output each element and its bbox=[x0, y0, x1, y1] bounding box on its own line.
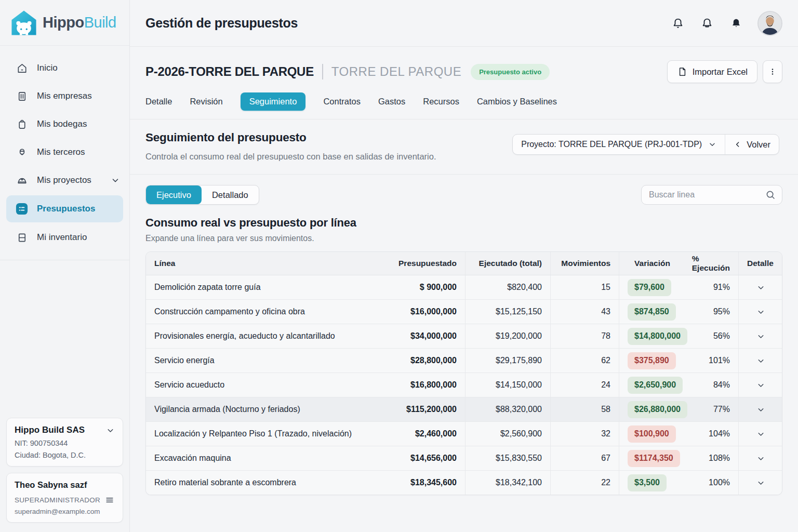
variance-badge: $2,650,900 bbox=[628, 377, 683, 394]
tab-contratos[interactable]: Contratos bbox=[323, 92, 361, 111]
variance-badge: $79,600 bbox=[628, 279, 671, 296]
executed-value: $15,830,550 bbox=[465, 446, 550, 470]
tab-detalle[interactable]: Detalle bbox=[145, 92, 172, 111]
more-options-button[interactable] bbox=[763, 60, 782, 83]
table-row[interactable]: Vigilancia armada (Nocturno y feriados) … bbox=[146, 397, 782, 421]
tab-seguimiento[interactable]: Seguimiento bbox=[241, 92, 306, 111]
chevron-down-icon bbox=[708, 140, 716, 149]
sidebar-item-mi-inventario[interactable]: Mi inventario bbox=[0, 223, 129, 251]
expand-row-button[interactable] bbox=[738, 349, 782, 373]
expand-row-button[interactable] bbox=[738, 471, 782, 495]
budget-tabs: Detalle Revisión Seguimiento Contratos G… bbox=[130, 87, 798, 119]
notification-bell-button-3[interactable] bbox=[728, 16, 744, 31]
column-header-presupuestado: Presupuestado bbox=[375, 252, 465, 275]
executed-value: $14,150,000 bbox=[465, 373, 550, 397]
page-title: Gestión de presupuestos bbox=[145, 16, 298, 31]
chevron-left-icon bbox=[734, 140, 742, 149]
chevron-down-icon bbox=[756, 454, 765, 463]
line-name: Localización y Relpanteo Piso 1 (Trazado… bbox=[146, 422, 375, 446]
variance-badge: $14,800,000 bbox=[628, 328, 687, 345]
view-mode-ejecutivo[interactable]: Ejecutivo bbox=[146, 185, 202, 204]
status-badge: Presupuesto activo bbox=[471, 64, 550, 80]
table-row[interactable]: Provisionales energía, acueducto y alcan… bbox=[146, 324, 782, 348]
variance-badge: $1174,350 bbox=[628, 450, 680, 467]
tab-gastos[interactable]: Gastos bbox=[378, 92, 405, 111]
variance-cell: $100,900 bbox=[619, 422, 685, 446]
user-name: Theo Sabyna sazf bbox=[15, 480, 115, 490]
back-button[interactable]: Volver bbox=[725, 135, 779, 154]
app-window: HippoBuild Inicio Mis empresas Mis bodeg… bbox=[0, 0, 798, 532]
view-mode-detallado[interactable]: Detallado bbox=[202, 185, 259, 204]
column-header-detalle: Detalle bbox=[738, 252, 782, 275]
movements-count: 32 bbox=[550, 422, 619, 446]
sidebar-item-presupuestos[interactable]: Presupuestos bbox=[6, 195, 123, 222]
table-row[interactable]: Servicio acueducto $16,800,000 $14,150,0… bbox=[146, 373, 782, 397]
hard-hat-icon bbox=[16, 174, 28, 187]
budgeted-value: $16,800,000 bbox=[375, 373, 465, 397]
line-name: Servicio acueducto bbox=[146, 373, 375, 397]
executed-value: $2,560,900 bbox=[465, 422, 550, 446]
brand-logo[interactable]: HippoBuild bbox=[0, 0, 129, 46]
sidebar-item-mis-empresas[interactable]: Mis empresas bbox=[0, 82, 129, 110]
table-row[interactable]: Demolición zapata torre guía $ 900,000 $… bbox=[146, 275, 782, 299]
table-row[interactable]: Construcción campamento y oficina obra $… bbox=[146, 299, 782, 324]
bell-icon bbox=[700, 17, 714, 30]
tab-recursos[interactable]: Recursos bbox=[423, 92, 459, 111]
section-description: Controla el consumo real del presupuesto… bbox=[145, 152, 436, 162]
expand-row-button[interactable] bbox=[738, 275, 782, 299]
expand-row-button[interactable] bbox=[738, 373, 782, 397]
expand-row-button[interactable] bbox=[738, 397, 782, 421]
brand-name: HippoBuild bbox=[43, 14, 116, 31]
chevron-down-icon[interactable] bbox=[111, 176, 120, 185]
variance-cell: $79,600 bbox=[619, 275, 685, 299]
bell-icon bbox=[671, 17, 685, 30]
expand-row-button[interactable] bbox=[738, 324, 782, 348]
variance-cell: $3,500 bbox=[619, 471, 685, 495]
menu-icon[interactable] bbox=[104, 495, 115, 505]
line-name: Servicio energía bbox=[146, 349, 375, 373]
table-subtitle: Expande una línea para ver sus movimient… bbox=[145, 234, 782, 243]
sidebar-item-mis-bodegas[interactable]: Mis bodegas bbox=[0, 110, 129, 138]
expand-row-button[interactable] bbox=[738, 446, 782, 470]
table-body: Demolición zapata torre guía $ 900,000 $… bbox=[146, 275, 782, 495]
import-excel-button[interactable]: Importar Excel bbox=[667, 60, 757, 83]
inventory-box-icon bbox=[16, 231, 28, 244]
sidebar-item-label: Presupuestos bbox=[37, 204, 95, 214]
variance-cell: $26,880,000 bbox=[619, 397, 685, 421]
chevron-down-icon[interactable] bbox=[106, 426, 115, 435]
budget-lines-table: Línea Presupuestado Ejecutado (total) Mo… bbox=[145, 251, 782, 495]
budgeted-value: $18,345,600 bbox=[375, 471, 465, 495]
tab-cambios-baselines[interactable]: Cambios y Baselines bbox=[477, 92, 557, 111]
table-row[interactable]: Excavación maquina $14,656,000 $15,830,5… bbox=[146, 446, 782, 470]
sidebar-divider bbox=[0, 260, 129, 260]
sidebar-item-inicio[interactable]: Inicio bbox=[0, 54, 129, 82]
executed-value: $820,400 bbox=[465, 275, 550, 299]
chevron-down-icon bbox=[756, 308, 765, 316]
sidebar-item-mis-proyectos[interactable]: Mis proyectos bbox=[0, 166, 129, 194]
user-avatar[interactable] bbox=[757, 11, 782, 36]
variance-cell: $1174,350 bbox=[619, 446, 685, 470]
table-row[interactable]: Servicio energía $28,800,000 $29,175,890… bbox=[146, 348, 782, 373]
project-selector[interactable]: Proyecto: TORRE DEL PARQUE (PRJ-001-TDP) bbox=[513, 135, 725, 154]
expand-row-button[interactable] bbox=[738, 422, 782, 446]
table-row[interactable]: Localización y Relpanteo Piso 1 (Trazado… bbox=[146, 421, 782, 446]
execution-percent: 108% bbox=[685, 446, 738, 470]
line-name: Provisionales energía, acueducto y alcan… bbox=[146, 324, 375, 348]
sidebar-item-mis-terceros[interactable]: Mis terceros bbox=[0, 138, 129, 166]
table-row[interactable]: Retiro material sobrante a escombrera $1… bbox=[146, 470, 782, 495]
sidebar-item-label: Mis terceros bbox=[37, 147, 85, 157]
execution-percent: 91% bbox=[685, 275, 738, 299]
tab-revision[interactable]: Revisión bbox=[190, 92, 222, 111]
movements-count: 67 bbox=[550, 446, 619, 470]
column-header-ejecucion: % Ejecución bbox=[685, 252, 738, 275]
search-input[interactable] bbox=[641, 185, 782, 205]
notification-bell-button-1[interactable] bbox=[670, 16, 686, 31]
search-icon bbox=[765, 189, 776, 201]
notification-bell-button-2[interactable] bbox=[699, 16, 715, 31]
chevron-down-icon bbox=[756, 430, 765, 438]
execution-percent: 95% bbox=[685, 300, 738, 324]
expand-row-button[interactable] bbox=[738, 300, 782, 324]
sidebar: HippoBuild Inicio Mis empresas Mis bodeg… bbox=[0, 0, 130, 532]
budgeted-value: $115,200,000 bbox=[375, 397, 465, 421]
variance-cell: $375,890 bbox=[619, 349, 685, 373]
